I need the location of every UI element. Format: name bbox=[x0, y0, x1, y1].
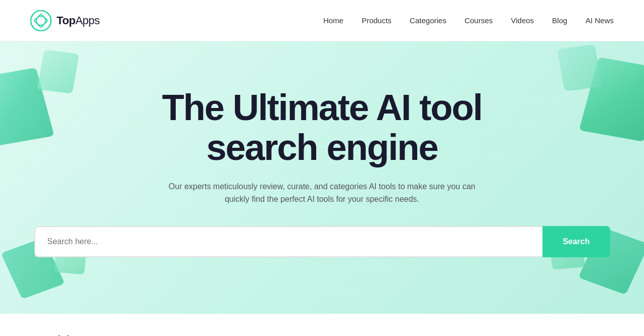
nav-home[interactable]: Home bbox=[323, 16, 343, 25]
search-bar: Search bbox=[34, 226, 610, 257]
logo-icon bbox=[30, 10, 52, 31]
nav-videos[interactable]: Videos bbox=[511, 16, 534, 25]
crystal-decoration bbox=[557, 44, 602, 91]
nav-blog[interactable]: Blog bbox=[552, 16, 567, 25]
category-section: Search by category: Productivity NEW bbox=[0, 314, 644, 336]
hero-section: The Ultimate AI tool search engine Our e… bbox=[0, 41, 644, 314]
main-nav: Home Products Categories Courses Videos … bbox=[323, 16, 614, 25]
nav-products[interactable]: Products bbox=[362, 16, 391, 25]
search-input[interactable] bbox=[34, 226, 543, 257]
nav-ai-news[interactable]: AI News bbox=[585, 16, 614, 25]
logo-text: TopApps bbox=[57, 14, 100, 27]
search-button[interactable]: Search bbox=[542, 226, 610, 257]
category-section-title: Search by category: bbox=[30, 334, 614, 336]
nav-categories[interactable]: Categories bbox=[410, 16, 447, 25]
nav-courses[interactable]: Courses bbox=[465, 16, 493, 25]
hero-subtitle: Our experts meticulously review, curate,… bbox=[156, 180, 489, 206]
header: TopApps Home Products Categories Courses… bbox=[0, 0, 644, 41]
crystal-decoration bbox=[37, 49, 79, 93]
hero-content: The Ultimate AI tool search engine Our e… bbox=[156, 88, 489, 226]
logo[interactable]: TopApps bbox=[30, 10, 100, 31]
hero-title: The Ultimate AI tool search engine bbox=[156, 88, 489, 167]
